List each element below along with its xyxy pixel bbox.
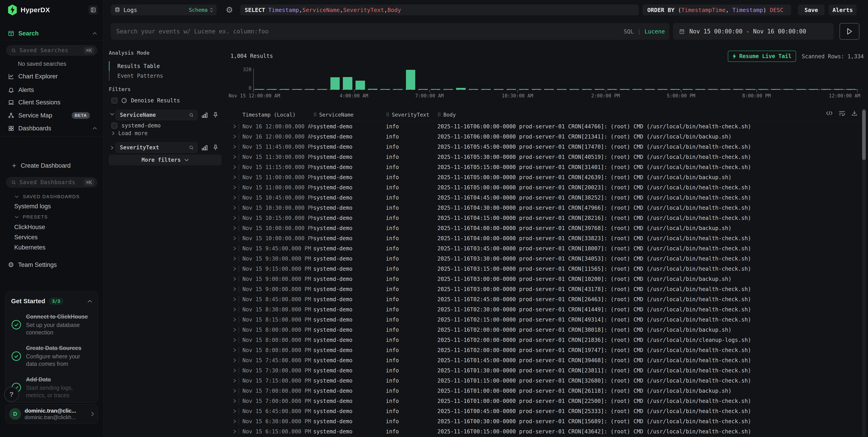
histogram-bar[interactable] — [569, 89, 579, 90]
histogram-bar[interactable] — [771, 89, 780, 90]
histogram-bar[interactable] — [255, 89, 265, 90]
histogram-bar[interactable] — [318, 89, 327, 90]
sidebar-item-search[interactable]: Search — [0, 29, 103, 37]
table-row[interactable]: Nov 15 7:00:00.000 PM systemd-demo info … — [224, 386, 862, 396]
histogram-bar[interactable] — [494, 89, 503, 90]
histogram-bar[interactable] — [670, 89, 680, 90]
get-started-item[interactable]: Connect to ClickHouse Set up your databa… — [11, 313, 92, 336]
row-expand-icon[interactable] — [233, 399, 239, 403]
table-row[interactable]: Nov 16 12:00:00.000 AM systemd-demo info… — [224, 121, 862, 132]
sidebar-item-service-map[interactable]: Service Map BETA — [0, 111, 103, 120]
table-row[interactable]: Nov 15 6:45:00.000 PM systemd-demo info … — [224, 406, 862, 416]
filter-value-row[interactable]: systemd-demo — [112, 123, 161, 129]
row-expand-icon[interactable] — [233, 185, 239, 190]
table-row[interactable]: Nov 15 8:15:00.000 PM systemd-demo info … — [224, 314, 862, 325]
denoise-results-row[interactable]: Denoise Results — [112, 97, 180, 104]
histogram-bar[interactable] — [645, 89, 654, 90]
filter-group-severitytext[interactable]: SeverityText — [116, 142, 197, 153]
bar-chart-icon[interactable] — [201, 144, 208, 151]
row-expand-icon[interactable] — [233, 358, 239, 363]
table-row[interactable]: Nov 15 7:30:00.000 PM systemd-demo info … — [224, 365, 862, 375]
row-expand-icon[interactable] — [233, 389, 239, 393]
row-expand-icon[interactable] — [233, 287, 239, 291]
table-row[interactable]: Nov 15 6:15:00.000 PM systemd-demo info … — [224, 426, 862, 437]
row-expand-icon[interactable] — [233, 124, 239, 129]
histogram-bar[interactable] — [745, 89, 755, 90]
save-button[interactable]: Save — [798, 4, 825, 15]
download-icon[interactable] — [851, 110, 858, 116]
row-expand-icon[interactable] — [233, 267, 239, 271]
row-expand-icon[interactable] — [233, 317, 239, 322]
table-row[interactable]: Nov 15 8:00:00.000 PM systemd-demo info … — [224, 335, 862, 345]
table-row[interactable]: Nov 15 7:45:00.000 PM systemd-demo info … — [224, 355, 862, 365]
histogram-bar[interactable] — [695, 89, 705, 90]
table-row[interactable]: Nov 15 11:00:00.000 PM systemd-demo info… — [224, 182, 862, 193]
row-expand-icon[interactable] — [233, 368, 239, 373]
collapse-sidebar-icon[interactable] — [89, 5, 98, 14]
sidebar-item-team-settings[interactable]: ⚙ Team Settings — [0, 261, 103, 269]
histogram-bar[interactable] — [846, 89, 856, 90]
histogram-bar[interactable] — [431, 89, 440, 90]
alerts-button[interactable]: Alerts — [829, 4, 857, 15]
histogram-bar[interactable] — [733, 89, 742, 90]
histogram-bar[interactable] — [280, 89, 289, 90]
pin-icon[interactable] — [212, 144, 219, 151]
histogram-bar[interactable] — [796, 89, 805, 90]
table-row[interactable]: Nov 15 9:30:00.000 PM systemd-demo info … — [224, 254, 862, 264]
query-language-toggle[interactable]: SQL | Lucene — [620, 23, 665, 40]
histogram-bar[interactable] — [481, 89, 491, 90]
histogram-bar[interactable] — [469, 89, 478, 90]
help-button[interactable]: ? — [4, 387, 19, 402]
table-row[interactable]: Nov 15 11:45:00.000 PM systemd-demo info… — [224, 142, 862, 152]
row-expand-icon[interactable] — [233, 297, 239, 301]
sql-query-editor[interactable]: SELECT Timestamp,ServiceName,SeverityTex… — [240, 4, 639, 15]
row-expand-icon[interactable] — [233, 277, 239, 281]
histogram-bar[interactable] — [683, 89, 692, 90]
table-row[interactable]: Nov 15 6:30:00.000 PM systemd-demo info … — [224, 416, 862, 426]
source-settings-gear-icon[interactable]: ⚙ — [226, 6, 233, 14]
histogram-bar[interactable] — [582, 89, 591, 90]
table-row[interactable]: Nov 15 10:00:00.000 PM systemd-demo info… — [224, 223, 862, 233]
table-row[interactable]: Nov 15 9:15:00.000 PM systemd-demo info … — [224, 264, 862, 274]
sidebar-item-alerts[interactable]: Alerts — [0, 86, 103, 94]
table-row[interactable]: Nov 15 9:00:00.000 PM systemd-demo info … — [224, 284, 862, 294]
table-row[interactable]: Nov 15 9:00:00.000 PM systemd-demo info … — [224, 274, 862, 284]
mode-lucene[interactable]: Lucene — [645, 28, 665, 35]
source-select[interactable]: Logs Schema — [111, 4, 217, 15]
table-row[interactable]: Nov 15 10:30:00.000 PM systemd-demo info… — [224, 203, 862, 213]
histogram-bar[interactable] — [808, 89, 818, 90]
histogram-bar[interactable] — [368, 89, 378, 90]
table-row[interactable]: Nov 15 11:00:00.000 PM systemd-demo info… — [224, 172, 862, 182]
table-row[interactable]: Nov 16 12:00:00.000 AM systemd-demo info… — [224, 132, 862, 142]
row-expand-icon[interactable] — [233, 307, 239, 312]
chevron-up-icon[interactable] — [93, 32, 97, 35]
histogram-bar[interactable] — [381, 89, 390, 90]
chevron-right-icon[interactable] — [111, 145, 114, 150]
systemd-demo-checkbox[interactable] — [112, 123, 117, 129]
run-query-button[interactable] — [839, 23, 859, 40]
histogram-bar[interactable] — [607, 89, 617, 90]
row-expand-icon[interactable] — [233, 419, 239, 424]
row-expand-icon[interactable] — [233, 145, 239, 149]
row-expand-icon[interactable] — [233, 165, 239, 169]
histogram-bar[interactable] — [506, 89, 516, 90]
table-row[interactable]: Nov 15 11:30:00.000 PM systemd-demo info… — [224, 152, 862, 162]
histogram-bar[interactable] — [834, 89, 843, 90]
column-header-body[interactable]: ⠿Body — [437, 112, 862, 118]
histogram-bar[interactable] — [544, 89, 554, 90]
table-row[interactable]: Nov 15 11:15:00.000 PM systemd-demo info… — [224, 162, 862, 172]
create-dashboard-button[interactable]: + Create Dashboard — [0, 162, 103, 170]
histogram-bar[interactable] — [720, 89, 730, 90]
sidebar-item-dashboards[interactable]: Dashboards — [0, 124, 103, 132]
histogram-bar[interactable] — [268, 89, 277, 90]
row-expand-icon[interactable] — [233, 378, 239, 383]
code-icon[interactable] — [826, 110, 833, 116]
table-row[interactable]: Nov 15 10:15:00.000 PM systemd-demo info… — [224, 213, 862, 223]
pin-icon[interactable] — [212, 112, 219, 119]
histogram-bar[interactable] — [821, 89, 831, 90]
histogram-bar[interactable] — [519, 89, 529, 90]
scrollbar-thumb[interactable] — [862, 110, 866, 160]
wrap-lines-icon[interactable] — [839, 110, 845, 116]
table-row[interactable]: Nov 15 9:45:00.000 PM systemd-demo info … — [224, 243, 862, 254]
sidebar-item-systemd-logs[interactable]: Systemd logs — [14, 203, 51, 210]
